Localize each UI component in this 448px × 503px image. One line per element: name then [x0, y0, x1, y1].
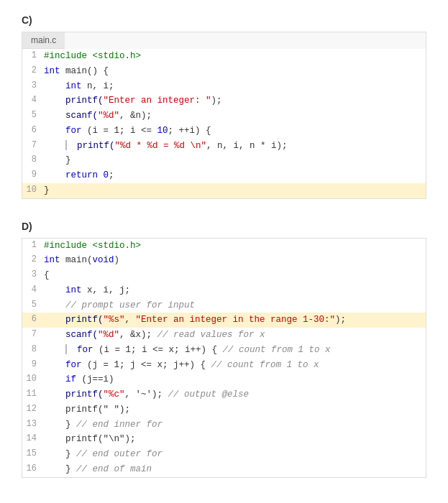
- code-token: for: [65, 126, 82, 136]
- line-number: 5: [22, 299, 44, 310]
- line-content: int x, i, j;: [44, 284, 426, 297]
- line-number: 7: [22, 139, 44, 150]
- code-token: [44, 374, 65, 384]
- code-token: #include <stdio.h>: [44, 51, 141, 61]
- line-content: printf("Enter an integer: ");: [44, 94, 426, 108]
- line-number: 13: [22, 418, 44, 429]
- code-token: [44, 170, 65, 180]
- line-content: {: [44, 269, 426, 282]
- line-number: 4: [22, 94, 44, 105]
- code-token: "%d": [98, 330, 119, 340]
- line-content: printf("%s", "Enter an integer in the ra…: [44, 313, 426, 327]
- section-d-label: D): [22, 221, 426, 232]
- line-content: }: [44, 154, 426, 167]
- indent-bar: [65, 140, 67, 150]
- code-token: [44, 389, 65, 400]
- line-number: 14: [22, 433, 44, 443]
- code-token: printf(: [65, 96, 104, 106]
- code-token: }: [65, 464, 76, 474]
- code-token: [44, 464, 65, 474]
- code-token: , n, i, n * i);: [206, 141, 288, 151]
- line-number: 12: [22, 403, 44, 414]
- code-token: int: [44, 66, 65, 76]
- code-token: // end of main: [76, 464, 152, 474]
- line-content: for (j = 1; j <= x; j++) { // count from…: [44, 359, 426, 372]
- code-token: [44, 330, 65, 340]
- code-token: void: [93, 255, 114, 265]
- table-row: 4 printf("Enter an integer: ");: [22, 93, 426, 109]
- table-row: 8 }: [22, 153, 426, 168]
- table-row: 14 printf("\n");: [22, 432, 426, 447]
- code-token: , '~');: [125, 389, 168, 400]
- line-content: int main() {: [44, 65, 426, 78]
- line-content: }: [44, 184, 426, 198]
- line-content: #include <stdio.h>: [44, 239, 426, 253]
- code-token: 10: [157, 126, 168, 136]
- code-token: return: [65, 170, 98, 180]
- table-row: 5 scanf("%d", &n);: [22, 109, 426, 124]
- code-token: [44, 96, 65, 106]
- line-number: 5: [22, 109, 44, 120]
- code-token: [44, 155, 65, 165]
- line-number: 4: [22, 284, 44, 295]
- table-row: 16 } // end of main: [22, 462, 426, 477]
- table-row: 9 return 0;: [22, 168, 426, 183]
- table-row: 15 } // end outer for: [22, 447, 426, 462]
- table-row: 10 if (j==i): [22, 372, 426, 387]
- code-token: "%c": [104, 389, 125, 400]
- code-token: [44, 434, 65, 444]
- table-row: 7 scanf("%d", &x); // read values for x: [22, 328, 426, 343]
- line-number: 11: [22, 388, 44, 399]
- code-token: // end inner for: [76, 420, 163, 430]
- line-content: int main(void): [44, 254, 426, 267]
- line-content: if (j==i): [44, 373, 426, 387]
- code-token: }: [65, 420, 76, 430]
- line-content: // prompt user for input: [44, 299, 426, 313]
- code-token: ;: [109, 170, 114, 180]
- code-token: , &x);: [119, 330, 157, 340]
- table-row: 2int main() {: [22, 64, 426, 79]
- line-content: printf("\n");: [44, 433, 426, 446]
- code-block-c: main.c 1#include <stdio.h>2int main() {3…: [22, 32, 426, 199]
- code-block-d: 1#include <stdio.h>2int main(void)3{4 in…: [22, 238, 426, 478]
- line-content: printf(" ");: [44, 403, 426, 417]
- code-token: scanf(: [65, 111, 98, 121]
- code-token: // output @else: [168, 389, 250, 400]
- code-token: (i = 1; i <= x; i++) {: [93, 345, 223, 355]
- code-token: (j = 1; j <= x; j++) {: [82, 360, 211, 370]
- code-token: ,: [125, 315, 136, 325]
- code-token: }: [65, 155, 71, 165]
- code-token: "%s": [104, 315, 125, 325]
- code-token: #include <stdio.h>: [44, 241, 141, 251]
- code-token: );: [211, 96, 222, 106]
- table-row: 4 int x, i, j;: [22, 283, 426, 298]
- code-token: (i = 1; i <=: [82, 126, 157, 136]
- line-number: 6: [22, 124, 44, 135]
- line-number: 8: [22, 343, 44, 354]
- code-token: "%d": [98, 111, 119, 121]
- code-token: {: [44, 270, 50, 280]
- table-row: 10}: [22, 183, 426, 198]
- code-token: int: [44, 255, 65, 265]
- code-token: printf(: [65, 389, 104, 400]
- table-row: 7 printf("%d * %d = %d \n", n, i, n * i)…: [22, 139, 426, 154]
- table-row: 13 } // end inner for: [22, 417, 426, 433]
- table-row: 8 for (i = 1; i <= x; i++) { // count fr…: [22, 343, 426, 358]
- code-token: [44, 315, 65, 325]
- line-number: 9: [22, 169, 44, 180]
- line-number: 16: [22, 463, 44, 474]
- code-token: [44, 420, 65, 430]
- table-row: 12 printf(" ");: [22, 402, 426, 417]
- code-token: printf(: [77, 141, 115, 151]
- table-row: 3{: [22, 268, 426, 283]
- code-body-c: 1#include <stdio.h>2int main() {3 int n,…: [22, 49, 426, 198]
- code-token: printf(: [65, 315, 104, 325]
- code-token: [44, 449, 65, 459]
- line-number: 15: [22, 448, 44, 458]
- line-number: 2: [22, 254, 44, 264]
- line-content: } // end inner for: [44, 418, 426, 432]
- code-body-d: 1#include <stdio.h>2int main(void)3{4 in…: [22, 239, 426, 477]
- line-content: for (i = 1; i <= 10; ++i) {: [44, 124, 426, 138]
- line-content: return 0;: [44, 169, 426, 183]
- line-content: scanf("%d", &x); // read values for x: [44, 328, 426, 342]
